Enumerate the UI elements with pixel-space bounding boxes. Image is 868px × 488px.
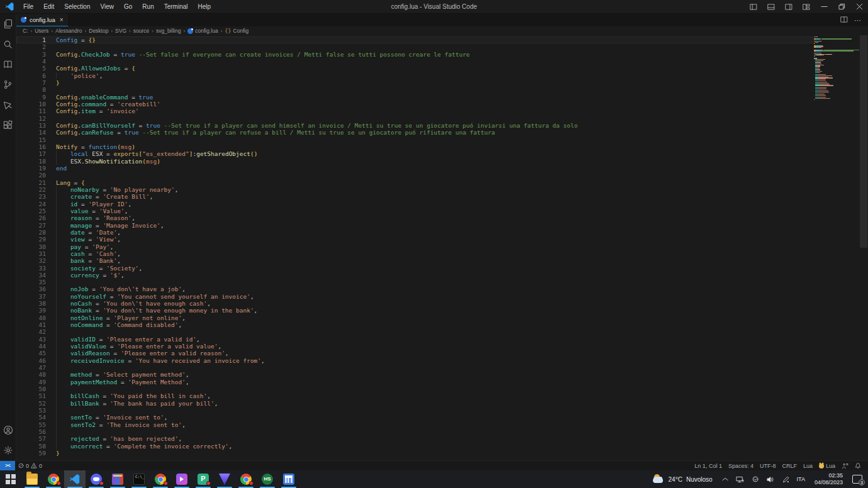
line-code[interactable]: [46, 428, 813, 435]
line-code[interactable]: [46, 172, 813, 179]
line-code[interactable]: sentTo = 'Invoice sent to',: [46, 414, 813, 421]
line-code[interactable]: value = 'Value',: [46, 208, 813, 214]
line-code[interactable]: Config.canRefuse = true --Set true if a …: [46, 129, 813, 136]
line-code[interactable]: Config.command = 'createbill': [46, 101, 813, 108]
line-code[interactable]: method = 'Select payment method',: [46, 371, 813, 378]
code-line[interactable]: 17 local ESX = exports["es_extended"]:ge…: [16, 150, 813, 157]
code-line[interactable]: 4: [16, 58, 813, 65]
line-code[interactable]: validValue = 'Please enter a valid value…: [46, 343, 813, 350]
breadcrumb-item[interactable]: svg_billing: [156, 28, 181, 34]
search-icon[interactable]: [0, 34, 16, 54]
taskbar-app-file-explorer[interactable]: [21, 470, 43, 488]
code-line[interactable]: 1Config = {}: [16, 36, 813, 43]
volume-icon[interactable]: [764, 470, 778, 488]
pen-icon[interactable]: [779, 470, 793, 488]
settings-gear-icon[interactable]: [0, 440, 16, 460]
code-line[interactable]: 3Config.CheckJob = true --Set false if e…: [16, 51, 813, 58]
account-icon[interactable]: [0, 420, 16, 440]
line-code[interactable]: }: [46, 450, 813, 457]
breadcrumb-item[interactable]: {}Config: [225, 28, 248, 34]
line-code[interactable]: ESX.ShowNotification(msg): [46, 158, 813, 165]
taskbar-app-hs-app[interactable]: HS: [257, 470, 278, 488]
tab-config-lua[interactable]: config.lua ×: [16, 14, 69, 26]
taskbar-app-triangle-app[interactable]: [214, 470, 235, 488]
line-code[interactable]: noNearby = 'No player nearby',: [46, 186, 813, 193]
restore-button[interactable]: [833, 0, 850, 14]
code-line[interactable]: 5Config.AllowedJobs = {: [16, 65, 813, 72]
code-line[interactable]: 8: [16, 86, 813, 93]
clock-widget[interactable]: 02:35 04/08/2023: [810, 472, 848, 486]
code-line[interactable]: 50: [16, 385, 813, 392]
line-code[interactable]: Config.AllowedJobs = {: [46, 65, 813, 72]
line-code[interactable]: validID = 'Please enter a valid id',: [46, 336, 813, 343]
taskbar-app-vscode[interactable]: [64, 470, 86, 488]
notifications-bell-icon[interactable]: [852, 461, 864, 471]
line-code[interactable]: paymentMethod = 'Payment Method',: [46, 379, 813, 385]
breadcrumb-item[interactable]: SVG: [115, 28, 126, 34]
line-code[interactable]: create = 'Create Bill',: [46, 193, 813, 200]
code-line[interactable]: 19end: [16, 165, 813, 172]
menu-selection[interactable]: Selection: [59, 0, 95, 14]
code-line[interactable]: 45 validReason = 'Please enter a valid r…: [16, 350, 813, 357]
code-line[interactable]: 32 bank = 'Bank',: [16, 257, 813, 264]
code-line[interactable]: 29 view = 'View',: [16, 236, 813, 243]
breadcrumb-item[interactable]: Alessandro: [55, 28, 82, 34]
code-line[interactable]: 49 paymentMethod = 'Payment Method',: [16, 379, 813, 385]
close-button[interactable]: [850, 0, 868, 14]
line-code[interactable]: reason = 'Reason',: [46, 214, 813, 221]
code-line[interactable]: 46 receivedInvoice = 'You have received …: [16, 357, 813, 364]
menu-terminal[interactable]: Terminal: [159, 0, 193, 14]
line-code[interactable]: bank = 'Bank',: [46, 257, 813, 264]
code-line[interactable]: 26 reason = 'Reason',: [16, 214, 813, 221]
breadcrumb-item[interactable]: Desktop: [89, 28, 108, 34]
line-code[interactable]: billCash = 'You paid the bill in cash',: [46, 392, 813, 399]
code-line[interactable]: 53: [16, 407, 813, 414]
taskbar-app-chrome[interactable]: [43, 470, 64, 488]
line-code[interactable]: Config.enableCommand = true: [46, 94, 813, 101]
status-language-mode[interactable]: Lua: [800, 461, 816, 471]
line-code[interactable]: uncorrect = 'Complete the invoice correc…: [46, 443, 813, 450]
line-code[interactable]: noCash = 'You don\'t have enough cash',: [46, 300, 813, 307]
taskbar-app-filmora[interactable]: [171, 470, 192, 488]
line-code[interactable]: noCommand = 'Command disabled',: [46, 321, 813, 328]
toggle-panel-icon[interactable]: [762, 0, 780, 14]
explorer-icon[interactable]: [0, 14, 16, 34]
code-line[interactable]: 7}: [16, 79, 813, 86]
line-code[interactable]: society = 'Society',: [46, 265, 813, 272]
code-line[interactable]: 24 id = 'Player ID',: [16, 201, 813, 208]
code-line[interactable]: 55 sentTo2 = 'The invoice sent to',: [16, 421, 813, 428]
code-line[interactable]: 6 'police',: [16, 72, 813, 79]
status-cursor-position[interactable]: Ln 1, Col 1: [691, 461, 725, 471]
split-editor-icon[interactable]: [840, 14, 848, 26]
line-code[interactable]: [46, 407, 813, 414]
code-line[interactable]: 56: [16, 428, 813, 435]
line-code[interactable]: noBank = 'You don\'t have enough money i…: [46, 307, 813, 314]
menu-go[interactable]: Go: [119, 0, 137, 14]
line-code[interactable]: [46, 115, 813, 122]
code-line[interactable]: 39 noBank = 'You don\'t have enough mone…: [16, 307, 813, 314]
line-code[interactable]: validReason = 'Please enter a valid reas…: [46, 350, 813, 357]
line-code[interactable]: sentTo2 = 'The invoice sent to',: [46, 421, 813, 428]
code-line[interactable]: 52 billBank = 'The bank has paid your bi…: [16, 400, 813, 407]
code-line[interactable]: 21Lang = {: [16, 179, 813, 186]
breadcrumb-item[interactable]: source: [133, 28, 150, 34]
more-actions-icon[interactable]: ⋯: [854, 16, 862, 25]
code-line[interactable]: 38 noCash = 'You don\'t have enough cash…: [16, 300, 813, 307]
tray-chevron-up-icon[interactable]: [719, 470, 732, 488]
code-line[interactable]: 57 rejected = 'has been rejected',: [16, 435, 813, 442]
line-code[interactable]: [46, 43, 813, 50]
toggle-sidebar-icon[interactable]: [745, 0, 762, 14]
minimap[interactable]: [813, 36, 859, 460]
line-code[interactable]: [46, 58, 813, 65]
extensions-icon[interactable]: [0, 114, 16, 135]
code-line[interactable]: 47: [16, 364, 813, 371]
menu-view[interactable]: View: [96, 0, 120, 14]
code-line[interactable]: 12: [16, 115, 813, 122]
line-code[interactable]: billBank = 'The bank has paid your bill'…: [46, 400, 813, 407]
taskbar-app-chrome-2[interactable]: [150, 470, 171, 488]
line-code[interactable]: Config.CheckJob = true --Set false if ev…: [46, 51, 813, 58]
code-line[interactable]: 25 value = 'Value',: [16, 208, 813, 214]
line-code[interactable]: end: [46, 165, 813, 172]
code-line[interactable]: 14Config.canRefuse = true --Set true if …: [16, 129, 813, 136]
line-code[interactable]: manage = 'Manage Invoice',: [46, 222, 813, 229]
